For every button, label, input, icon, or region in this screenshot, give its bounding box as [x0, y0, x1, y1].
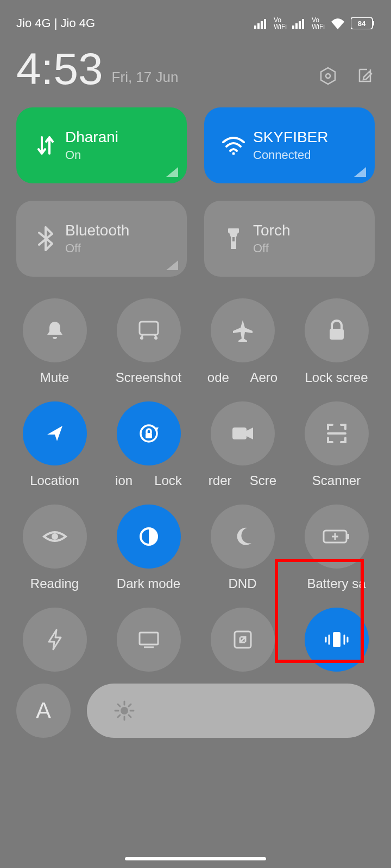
torch-tile[interactable]: Torch Off: [204, 201, 375, 277]
expand-tri-icon: [354, 167, 366, 177]
svg-line-44: [129, 715, 131, 717]
svg-marker-11: [321, 68, 335, 84]
bell-icon: [43, 318, 67, 342]
rotation-lock-icon: [136, 421, 161, 446]
sun-icon: [113, 699, 136, 722]
mobile-data-title: Dharani: [65, 129, 118, 146]
lock-icon: [326, 319, 347, 342]
svg-rect-2: [261, 21, 263, 29]
svg-rect-16: [140, 322, 158, 335]
floating-window-toggle[interactable]: [204, 608, 281, 672]
edit-icon[interactable]: [355, 66, 375, 86]
mobile-data-tile[interactable]: Dharani On: [16, 107, 187, 183]
dark-mode-icon: [137, 525, 160, 548]
svg-point-24: [52, 533, 58, 540]
rotation-lock-toggle[interactable]: ion Lock: [110, 401, 187, 488]
boost-toggle[interactable]: [16, 608, 93, 672]
data-arrows-icon: [35, 133, 56, 158]
expand-tri-icon: [166, 167, 178, 177]
auto-brightness-toggle[interactable]: A: [16, 684, 71, 738]
reading-label: Reading: [30, 576, 79, 591]
scanner-label: Scanner: [312, 473, 361, 488]
bluetooth-icon: [37, 226, 54, 251]
wifi-icon: [221, 136, 246, 155]
airplane-icon: [230, 318, 255, 343]
svg-line-43: [118, 704, 120, 706]
screen-record-toggle[interactable]: rder Scre: [204, 401, 281, 488]
rotation-lock-label: ion Lock: [115, 473, 182, 488]
wifi-tile[interactable]: SKYFIBER Connected: [204, 107, 375, 183]
reading-mode-toggle[interactable]: Reading: [16, 505, 93, 591]
torch-icon: [226, 226, 241, 251]
mobile-data-sub: On: [65, 148, 118, 162]
svg-rect-6: [299, 21, 301, 29]
dark-mode-label: Dark mode: [117, 576, 180, 591]
settings-icon[interactable]: [318, 66, 338, 86]
video-icon: [230, 424, 255, 443]
bluetooth-sub: Off: [65, 241, 129, 256]
svg-line-46: [129, 704, 131, 706]
moon-icon: [232, 526, 254, 547]
dark-mode-toggle[interactable]: Dark mode: [110, 505, 187, 591]
svg-rect-30: [140, 633, 158, 644]
svg-rect-4: [292, 25, 294, 29]
svg-line-45: [118, 715, 120, 717]
floating-window-icon: [231, 628, 254, 651]
scanner-toggle[interactable]: Scanner: [298, 401, 375, 488]
wifi-title: SKYFIBER: [253, 129, 328, 146]
svg-rect-22: [232, 427, 247, 439]
dnd-toggle[interactable]: DND: [204, 505, 281, 591]
mute-toggle[interactable]: Mute: [16, 298, 93, 385]
screenshot-icon: [136, 320, 161, 341]
carrier-label: Jio 4G | Jio 4G: [16, 16, 95, 30]
location-icon: [44, 423, 66, 444]
brightness-slider[interactable]: [87, 684, 375, 738]
wifi-icon: [330, 17, 345, 29]
home-indicator[interactable]: [125, 857, 266, 860]
cast-toggle[interactable]: [110, 608, 187, 672]
dnd-label: DND: [229, 576, 257, 591]
svg-rect-15: [232, 237, 235, 241]
mute-label: Mute: [40, 370, 69, 385]
battery-saver-label: Battery sa: [307, 576, 365, 591]
vibrate-toggle[interactable]: [298, 608, 375, 672]
svg-point-17: [140, 336, 143, 340]
screenshot-label: Screenshot: [116, 370, 181, 385]
svg-rect-21: [146, 433, 152, 438]
battery-plus-icon: [321, 527, 352, 546]
svg-text:84: 84: [358, 20, 366, 28]
svg-rect-7: [302, 19, 304, 29]
battery-saver-toggle[interactable]: Battery sa: [298, 505, 375, 591]
vowifi-indicator-2: VoWiFi: [312, 17, 325, 30]
bluetooth-title: Bluetooth: [65, 222, 129, 239]
torch-title: Torch: [253, 222, 290, 239]
svg-rect-14: [228, 228, 239, 233]
cast-icon: [136, 629, 161, 650]
svg-rect-1: [257, 23, 260, 29]
svg-rect-9: [373, 21, 374, 25]
svg-rect-33: [333, 632, 340, 647]
location-label: Location: [30, 473, 79, 488]
time-row: 4:53 Fri, 17 Jun: [0, 36, 391, 107]
lock-screen-label: Lock scree: [305, 370, 368, 385]
screen-record-label: rder Scre: [209, 473, 276, 488]
lightning-icon: [46, 628, 64, 652]
torch-sub: Off: [253, 241, 290, 256]
airplane-toggle[interactable]: ode Aero: [204, 298, 281, 385]
svg-point-12: [326, 74, 330, 78]
svg-point-13: [232, 152, 235, 155]
bluetooth-tile[interactable]: Bluetooth Off: [16, 201, 187, 277]
eye-icon: [42, 528, 68, 545]
status-icons: VoWiFi VoWiFi 84: [254, 17, 375, 30]
svg-rect-0: [254, 25, 256, 29]
auto-brightness-label: A: [36, 698, 51, 724]
lock-screen-toggle[interactable]: Lock scree: [298, 298, 375, 385]
svg-rect-19: [330, 329, 344, 340]
svg-rect-5: [295, 23, 298, 29]
svg-point-38: [121, 707, 128, 714]
location-toggle[interactable]: Location: [16, 401, 93, 488]
svg-rect-3: [264, 19, 266, 29]
screenshot-toggle[interactable]: Screenshot: [110, 298, 187, 385]
signal-icon: [292, 18, 306, 29]
scanner-icon: [325, 422, 349, 445]
